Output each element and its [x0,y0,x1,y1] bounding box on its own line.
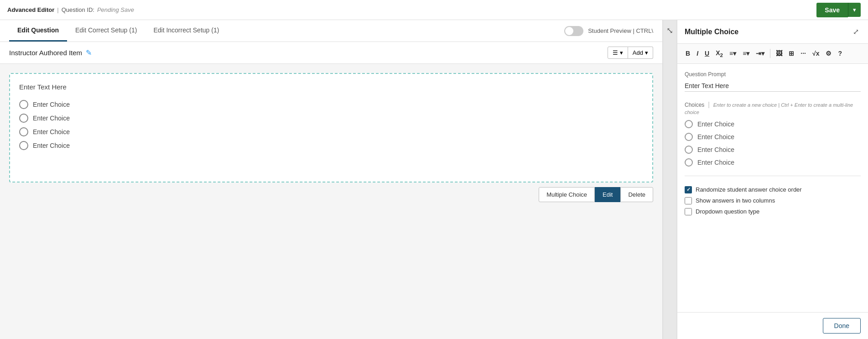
choice-radio-4[interactable] [19,141,28,150]
left-panel: Edit Question Edit Correct Setup (1) Edi… [0,20,663,339]
tab-edit-incorrect-setup[interactable]: Edit Incorrect Setup (1) [145,20,227,42]
list-item: Enter Choice [19,100,643,109]
item-title: Instructor Authored Item [9,49,82,57]
option-dropdown: Dropdown question type [685,208,861,215]
collapse-icon: ⤡ [666,26,673,36]
right-panel: Multiple Choice ⤢ B I U X2 ≡▾ ≡▾ ⇥▾ 🖼 ⊞ … [676,20,868,339]
right-choice-radio-3[interactable] [685,146,693,154]
add-button[interactable]: Add ▾ [628,47,653,59]
right-choice-label-4: Enter Choice [697,159,734,166]
done-row: Done [677,312,868,339]
right-panel-body: Question Prompt Choices | Enter to creat… [677,64,868,312]
randomize-label: Randomize student answer choice order [696,186,802,193]
save-dropdown-icon: ▾ [853,6,856,13]
right-choice-label-1: Enter Choice [697,120,734,128]
option-two-columns: Show answers in two columns [685,197,861,204]
layout-icon: ☰ [613,49,618,56]
list-item: Enter Choice [19,141,643,150]
right-choice-radio-1[interactable] [685,120,693,128]
student-preview-label: Student Preview | CTRL\ [588,27,653,34]
add-dropdown-icon: ▾ [645,49,648,56]
list-item: Enter Choice [19,114,643,123]
list-ordered-button[interactable]: ≡▾ [740,48,752,59]
right-panel-title: Multiple Choice [685,28,738,36]
italic-button[interactable]: I [694,48,701,59]
toggle-knob [565,27,573,35]
dropdown-checkbox[interactable] [685,208,692,215]
title-bar-left: Instructor Authored Item ✎ [9,48,92,57]
settings-button[interactable]: ⚙ [823,48,834,59]
save-dropdown-button[interactable]: ▾ [848,3,861,17]
done-button[interactable]: Done [823,318,861,334]
list-item: Enter Choice [685,120,861,128]
top-bar-left: Advanced Editor | Question ID: Pending S… [7,6,134,13]
right-choice-radio-2[interactable] [685,133,693,141]
choice-label-2: Enter Choice [33,115,70,122]
main-layout: Edit Question Edit Correct Setup (1) Edi… [0,20,868,339]
option-randomize: ✓ Randomize student answer choice order [685,186,861,193]
image-button[interactable]: 🖼 [773,48,785,59]
save-button[interactable]: Save [816,3,848,17]
title-bar: Instructor Authored Item ✎ ☰ ▾ Add ▾ [0,42,662,64]
action-bar: Multiple Choice Edit Delete [9,187,653,202]
edit-title-icon[interactable]: ✎ [86,48,92,57]
right-choice-label-2: Enter Choice [697,133,734,141]
editor-toolbar: B I U X2 ≡▾ ≡▾ ⇥▾ 🖼 ⊞ ··· √x ⚙ ? [677,44,868,64]
question-box[interactable]: Enter Text Here Enter Choice Enter Choic… [9,73,653,183]
layout-button[interactable]: ☰ ▾ [608,47,628,59]
choice-label-3: Enter Choice [33,128,70,136]
two-columns-checkbox[interactable] [685,197,692,204]
toolbar-sep-1 [770,49,770,58]
table-button[interactable]: ⊞ [786,48,797,59]
top-bar: Advanced Editor | Question ID: Pending S… [0,0,868,20]
formula-button[interactable]: √x [810,48,822,59]
two-columns-label: Show answers in two columns [696,197,775,204]
choice-radio-3[interactable] [19,127,28,136]
choices-hint: Enter to create a new choice | Ctrl + En… [685,102,853,115]
question-type-button[interactable]: Multiple Choice [539,187,595,202]
layout-dropdown-icon: ▾ [620,49,623,56]
right-choice-label-3: Enter Choice [697,146,734,153]
list-item: Enter Choice [685,158,861,167]
list-item: Enter Choice [19,127,643,136]
edit-button[interactable]: Edit [595,187,620,202]
right-panel-header: Multiple Choice ⤢ [677,20,868,44]
tabs-bar: Edit Question Edit Correct Setup (1) Edi… [0,20,662,42]
question-prompt-label: Question Prompt [685,71,861,78]
bold-button[interactable]: B [683,48,693,59]
choice-label-4: Enter Choice [33,142,70,149]
help-button[interactable]: ? [835,48,845,59]
choices-sep: | [708,101,710,108]
right-choice-radio-4[interactable] [685,158,693,167]
tab-edit-question[interactable]: Edit Question [9,20,67,42]
separator: | [57,6,58,13]
list-item: Enter Choice [685,133,861,141]
expand-button[interactable]: ⤢ [851,26,861,38]
title-bar-right: ☰ ▾ Add ▾ [608,47,653,59]
choice-radio-2[interactable] [19,114,28,123]
more-button[interactable]: ··· [798,48,809,59]
strikethrough-button[interactable]: X2 [713,47,726,60]
randomize-checkbox[interactable]: ✓ [685,186,692,193]
student-preview-toggle[interactable] [564,26,583,36]
delete-button[interactable]: Delete [620,187,653,202]
tab-edit-correct-setup[interactable]: Edit Correct Setup (1) [67,20,145,42]
question-id-label: Question ID: [62,6,94,13]
question-area: Enter Text Here Enter Choice Enter Choic… [0,64,662,211]
list-item: Enter Choice [685,146,861,154]
collapse-bar[interactable]: ⤡ [663,20,676,339]
add-label: Add [633,49,643,56]
app-name: Advanced Editor [7,6,54,13]
options-section: ✓ Randomize student answer choice order … [685,176,861,215]
indent-button[interactable]: ⇥▾ [753,48,767,59]
student-preview-toggle-area: Student Preview | CTRL\ [564,26,653,36]
question-id-value: Pending Save [97,6,134,13]
question-prompt-input[interactable] [685,80,861,92]
dropdown-label: Dropdown question type [696,208,759,215]
text-align-button[interactable]: ≡▾ [727,48,739,59]
choice-radio-1[interactable] [19,100,28,109]
choices-label: Choices [685,102,704,108]
choice-label-1: Enter Choice [33,101,70,108]
top-bar-right: Save ▾ [816,3,861,17]
underline-button[interactable]: U [702,48,712,59]
